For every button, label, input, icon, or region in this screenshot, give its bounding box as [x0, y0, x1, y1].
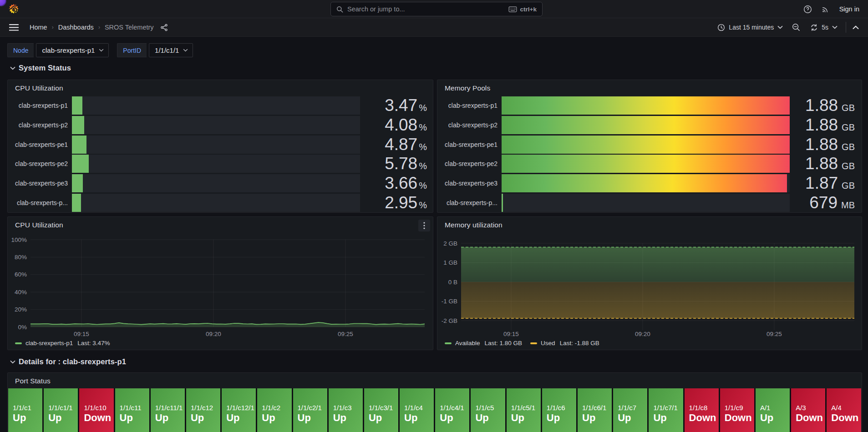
bar-gauge-unit: %	[419, 122, 427, 133]
port-status-tile[interactable]: 1/1/c12/1Up	[222, 388, 256, 432]
port-name: 1/1/c1/1	[48, 404, 78, 412]
port-status-tile[interactable]: 1/1/c8Down	[685, 388, 719, 432]
variable-node-value-dropdown[interactable]: clab-srexperts-p1	[36, 43, 109, 57]
menu-hamburger-icon[interactable]	[9, 24, 19, 31]
variable-value-label: 1/1/c1/1	[155, 46, 179, 54]
collapse-chevron-up-icon[interactable]	[853, 25, 859, 30]
bar-gauge-row-label: clab-srexperts-p2	[8, 116, 68, 134]
bar-gauge-row: clab-srexperts-p13.47%	[8, 96, 433, 115]
bar-gauge-row-label: clab-srexperts-pe2	[8, 155, 68, 173]
bar-gauge-unit: %	[419, 181, 427, 191]
port-status-tile[interactable]: 1/1/c2Up	[257, 388, 291, 432]
variable-portid-value-dropdown[interactable]: 1/1/c1/1	[149, 43, 193, 57]
port-status-tile[interactable]: 1/1/c1Up	[8, 388, 42, 432]
svg-text:60%: 60%	[15, 271, 27, 278]
port-status-tile[interactable]: A/3Down	[791, 388, 825, 432]
bar-gauge-track	[72, 116, 360, 134]
sign-in-button[interactable]: Sign in	[839, 5, 859, 13]
port-state: Up	[582, 412, 612, 424]
bar-gauge-value: 2.95	[385, 194, 417, 212]
bar-gauge-unit: %	[419, 142, 427, 152]
port-state: Up	[475, 412, 505, 424]
legend-item[interactable]: clab-srexperts-p1Last: 3.47%	[15, 340, 110, 347]
breadcrumb-dashboards[interactable]: Dashboards	[58, 24, 94, 31]
bar-gauge-row-label: clab-srexperts-pe1	[437, 136, 497, 154]
news-rss-icon[interactable]	[822, 5, 830, 13]
port-name: A/4	[831, 404, 861, 412]
panel-title[interactable]: Port Status	[15, 377, 51, 385]
svg-text:1 GB: 1 GB	[443, 259, 457, 266]
row-system-status[interactable]: System Status	[10, 64, 71, 72]
bar-gauge-value: 5.78	[385, 155, 417, 173]
port-status-tile[interactable]: A/4Down	[827, 388, 861, 432]
port-status-tile[interactable]: 1/1/c4/1Up	[435, 388, 469, 432]
refresh-picker[interactable]: 5s	[810, 24, 838, 31]
help-icon[interactable]	[803, 5, 812, 14]
breadcrumb-current-dashboard[interactable]: SROS Telemetry	[105, 24, 154, 31]
port-status-tile[interactable]: 1/1/c4Up	[400, 388, 434, 432]
panel-title[interactable]: CPU Utilization	[15, 84, 63, 92]
port-state: Up	[618, 412, 647, 424]
port-state: Up	[191, 412, 220, 424]
bar-gauge-track	[72, 96, 360, 115]
breadcrumb: Home › Dashboards › SROS Telemetry	[30, 24, 154, 31]
legend-item[interactable]: AvailableLast: 1.80 GB	[445, 340, 522, 347]
row-details[interactable]: Details for : clab-srexperts-p1	[10, 357, 126, 366]
panel-title[interactable]: Memory Pools	[445, 84, 490, 92]
cpu-utilization-chart[interactable]: 100%80%60%40%20%0%09:1509:2009:25	[8, 217, 434, 351]
svg-text:09:15: 09:15	[74, 331, 89, 337]
port-name: 1/1/c9	[725, 404, 754, 412]
svg-text:-2 GB: -2 GB	[442, 317, 457, 324]
bar-gauge-fill	[72, 96, 82, 115]
breadcrumb-home[interactable]: Home	[30, 24, 47, 31]
memory-chart-legend: AvailableLast: 1.80 GBUsedLast: -1.88 GB	[445, 340, 599, 347]
bar-gauge-track	[72, 194, 360, 212]
template-variables-row: Node clab-srexperts-p1 PortID 1/1/c1/1	[7, 43, 193, 57]
port-name: 1/1/c11	[120, 404, 149, 412]
port-status-tile[interactable]: 1/1/c3Up	[329, 388, 363, 432]
port-status-tile[interactable]: 1/1/c7Up	[613, 388, 647, 432]
keyboard-icon	[508, 6, 517, 12]
port-status-tile[interactable]: 1/1/c5/1Up	[507, 388, 541, 432]
port-status-tile[interactable]: 1/1/c3/1Up	[364, 388, 398, 432]
bar-gauge-unit: GB	[842, 142, 855, 152]
section-title: Details for : clab-srexperts-p1	[19, 357, 126, 366]
zoom-out-time-icon[interactable]	[792, 23, 800, 31]
port-status-tile[interactable]: 1/1/c9Down	[720, 388, 754, 432]
port-status-tile[interactable]: 1/1/c11Up	[115, 388, 149, 432]
bar-gauge-value: 1.88	[805, 96, 838, 115]
bar-gauge-unit: GB	[842, 181, 855, 191]
bar-gauge-row: clab-srexperts-p21.88GB	[437, 116, 862, 134]
chevron-down-icon	[10, 66, 15, 70]
port-status-tile[interactable]: 1/1/c6Up	[542, 388, 576, 432]
svg-text:09:15: 09:15	[503, 331, 519, 337]
port-status-tile[interactable]: 1/1/c11/1Up	[151, 388, 185, 432]
svg-text:80%: 80%	[15, 254, 27, 261]
port-status-tile[interactable]: 1/1/c1/1Up	[44, 388, 78, 432]
variable-portid: PortID 1/1/c1/1	[117, 43, 193, 57]
port-status-tile[interactable]: 1/1/c10Down	[79, 388, 113, 432]
bar-gauge-fill	[502, 174, 787, 192]
port-state: Up	[404, 412, 434, 424]
port-status-tile[interactable]: 1/1/c5Up	[471, 388, 505, 432]
time-range-picker[interactable]: Last 15 minutes	[717, 24, 783, 31]
legend-item[interactable]: UsedLast: -1.88 GB	[530, 340, 599, 347]
memory-utilization-chart[interactable]: 2 GB1 GB0 B-1 GB-2 GB09:1509:2009:25	[437, 217, 863, 351]
port-state: Down	[831, 412, 861, 424]
port-name: 1/1/c4	[404, 404, 434, 412]
port-status-tile[interactable]: 1/1/c6/1Up	[578, 388, 612, 432]
clock-icon	[717, 24, 725, 31]
search-input[interactable]: Search or jump to... ctrl+k	[330, 2, 543, 16]
port-status-tile[interactable]: 1/1/c7/1Up	[649, 388, 683, 432]
bar-gauge-fill	[72, 136, 86, 154]
svg-text:0 B: 0 B	[448, 279, 457, 286]
port-status-tile[interactable]: A/1Up	[756, 388, 790, 432]
port-state: Up	[511, 412, 541, 424]
grafana-logo[interactable]	[8, 3, 20, 15]
port-status-tile[interactable]: 1/1/c2/1Up	[293, 388, 327, 432]
breadcrumb-separator: ›	[51, 24, 54, 30]
legend-series-last-value: Last: 3.47%	[77, 340, 110, 347]
share-icon[interactable]	[160, 24, 168, 31]
port-status-tile[interactable]: 1/1/c12Up	[186, 388, 220, 432]
panel-memory-utilization-timeseries: Memory utilization 2 GB1 GB0 B-1 GB-2 GB…	[437, 216, 862, 350]
